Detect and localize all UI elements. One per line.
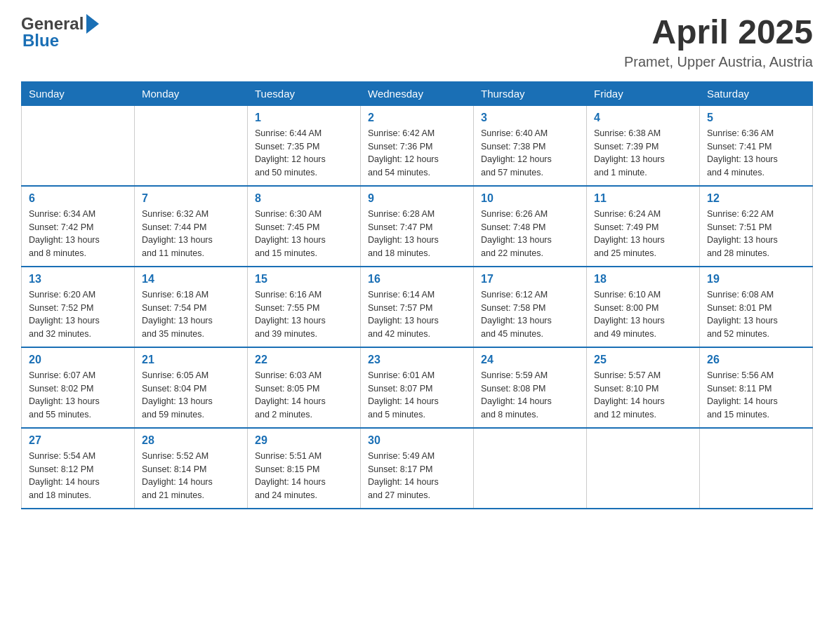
table-row: 4Sunrise: 6:38 AM Sunset: 7:39 PM Daylig… [587, 105, 700, 186]
header-thursday: Thursday [474, 81, 587, 105]
day-number: 24 [481, 354, 579, 366]
day-number: 20 [29, 354, 127, 366]
table-row: 28Sunrise: 5:52 AM Sunset: 8:14 PM Dayli… [135, 428, 248, 509]
day-number: 8 [255, 192, 353, 205]
day-info: Sunrise: 5:52 AM Sunset: 8:14 PM Dayligh… [142, 450, 240, 502]
table-row: 30Sunrise: 5:49 AM Sunset: 8:17 PM Dayli… [361, 428, 474, 509]
day-info: Sunrise: 5:59 AM Sunset: 8:08 PM Dayligh… [481, 369, 579, 422]
table-row: 16Sunrise: 6:14 AM Sunset: 7:57 PM Dayli… [361, 267, 474, 347]
day-number: 19 [707, 273, 805, 286]
day-info: Sunrise: 5:57 AM Sunset: 8:10 PM Dayligh… [594, 369, 692, 422]
day-info: Sunrise: 5:54 AM Sunset: 8:12 PM Dayligh… [29, 450, 127, 502]
day-number: 29 [255, 434, 353, 447]
table-row: 5Sunrise: 6:36 AM Sunset: 7:41 PM Daylig… [700, 105, 813, 186]
table-row [135, 105, 248, 186]
day-info: Sunrise: 6:20 AM Sunset: 7:52 PM Dayligh… [29, 288, 127, 341]
day-info: Sunrise: 6:30 AM Sunset: 7:45 PM Dayligh… [255, 208, 353, 260]
table-row [700, 428, 813, 509]
table-row: 11Sunrise: 6:24 AM Sunset: 7:49 PM Dayli… [587, 186, 700, 267]
day-info: Sunrise: 6:26 AM Sunset: 7:48 PM Dayligh… [481, 208, 579, 260]
day-number: 15 [255, 273, 353, 286]
day-number: 11 [594, 192, 692, 205]
day-info: Sunrise: 6:05 AM Sunset: 8:04 PM Dayligh… [142, 369, 240, 422]
day-info: Sunrise: 6:44 AM Sunset: 7:35 PM Dayligh… [255, 127, 353, 180]
day-number: 7 [142, 192, 240, 205]
table-row: 24Sunrise: 5:59 AM Sunset: 8:08 PM Dayli… [474, 347, 587, 428]
day-number: 6 [29, 192, 127, 205]
day-info: Sunrise: 6:36 AM Sunset: 7:41 PM Dayligh… [707, 127, 805, 180]
day-info: Sunrise: 6:01 AM Sunset: 8:07 PM Dayligh… [368, 369, 466, 422]
calendar-week-row: 13Sunrise: 6:20 AM Sunset: 7:52 PM Dayli… [22, 267, 813, 347]
calendar-title: April 2025 [624, 14, 813, 51]
day-number: 28 [142, 434, 240, 447]
day-info: Sunrise: 6:10 AM Sunset: 8:00 PM Dayligh… [594, 288, 692, 341]
header-saturday: Saturday [700, 81, 813, 105]
day-info: Sunrise: 6:14 AM Sunset: 7:57 PM Dayligh… [368, 288, 466, 341]
table-row: 27Sunrise: 5:54 AM Sunset: 8:12 PM Dayli… [22, 428, 135, 509]
table-row: 10Sunrise: 6:26 AM Sunset: 7:48 PM Dayli… [474, 186, 587, 267]
table-row: 3Sunrise: 6:40 AM Sunset: 7:38 PM Daylig… [474, 105, 587, 186]
calendar-table: Sunday Monday Tuesday Wednesday Thursday… [21, 81, 813, 509]
day-number: 14 [142, 273, 240, 286]
header-wednesday: Wednesday [361, 81, 474, 105]
header-monday: Monday [135, 81, 248, 105]
day-info: Sunrise: 6:42 AM Sunset: 7:36 PM Dayligh… [368, 127, 466, 180]
logo-blue-text: Blue [22, 31, 59, 51]
table-row [474, 428, 587, 509]
calendar-week-row: 6Sunrise: 6:34 AM Sunset: 7:42 PM Daylig… [22, 186, 813, 267]
day-number: 13 [29, 273, 127, 286]
table-row: 25Sunrise: 5:57 AM Sunset: 8:10 PM Dayli… [587, 347, 700, 428]
table-row: 22Sunrise: 6:03 AM Sunset: 8:05 PM Dayli… [248, 347, 361, 428]
day-info: Sunrise: 6:24 AM Sunset: 7:49 PM Dayligh… [594, 208, 692, 260]
day-number: 26 [707, 354, 805, 366]
day-info: Sunrise: 6:07 AM Sunset: 8:02 PM Dayligh… [29, 369, 127, 422]
day-number: 3 [481, 112, 579, 124]
day-number: 4 [594, 112, 692, 124]
calendar-subtitle: Pramet, Upper Austria, Austria [624, 54, 813, 70]
day-number: 23 [368, 354, 466, 366]
day-number: 30 [368, 434, 466, 447]
day-number: 2 [368, 112, 466, 124]
logo: General Blue [21, 14, 99, 51]
logo-arrow-icon [86, 14, 99, 34]
title-block: April 2025 Pramet, Upper Austria, Austri… [624, 14, 813, 70]
table-row: 7Sunrise: 6:32 AM Sunset: 7:44 PM Daylig… [135, 186, 248, 267]
day-info: Sunrise: 6:12 AM Sunset: 7:58 PM Dayligh… [481, 288, 579, 341]
table-row: 18Sunrise: 6:10 AM Sunset: 8:00 PM Dayli… [587, 267, 700, 347]
header-sunday: Sunday [22, 81, 135, 105]
day-number: 25 [594, 354, 692, 366]
table-row: 29Sunrise: 5:51 AM Sunset: 8:15 PM Dayli… [248, 428, 361, 509]
day-number: 21 [142, 354, 240, 366]
table-row [22, 105, 135, 186]
day-info: Sunrise: 6:16 AM Sunset: 7:55 PM Dayligh… [255, 288, 353, 341]
table-row: 26Sunrise: 5:56 AM Sunset: 8:11 PM Dayli… [700, 347, 813, 428]
day-number: 16 [368, 273, 466, 286]
day-number: 9 [368, 192, 466, 205]
day-number: 22 [255, 354, 353, 366]
table-row: 6Sunrise: 6:34 AM Sunset: 7:42 PM Daylig… [22, 186, 135, 267]
header-friday: Friday [587, 81, 700, 105]
table-row: 21Sunrise: 6:05 AM Sunset: 8:04 PM Dayli… [135, 347, 248, 428]
table-row: 19Sunrise: 6:08 AM Sunset: 8:01 PM Dayli… [700, 267, 813, 347]
day-info: Sunrise: 5:49 AM Sunset: 8:17 PM Dayligh… [368, 450, 466, 502]
calendar-week-row: 27Sunrise: 5:54 AM Sunset: 8:12 PM Dayli… [22, 428, 813, 509]
day-info: Sunrise: 6:28 AM Sunset: 7:47 PM Dayligh… [368, 208, 466, 260]
table-row: 23Sunrise: 6:01 AM Sunset: 8:07 PM Dayli… [361, 347, 474, 428]
day-number: 17 [481, 273, 579, 286]
day-info: Sunrise: 6:22 AM Sunset: 7:51 PM Dayligh… [707, 208, 805, 260]
day-number: 18 [594, 273, 692, 286]
page-header: General Blue April 2025 Pramet, Upper Au… [21, 14, 813, 70]
calendar-week-row: 20Sunrise: 6:07 AM Sunset: 8:02 PM Dayli… [22, 347, 813, 428]
table-row: 8Sunrise: 6:30 AM Sunset: 7:45 PM Daylig… [248, 186, 361, 267]
day-number: 12 [707, 192, 805, 205]
table-row [587, 428, 700, 509]
day-number: 1 [255, 112, 353, 124]
calendar-week-row: 1Sunrise: 6:44 AM Sunset: 7:35 PM Daylig… [22, 105, 813, 186]
table-row: 2Sunrise: 6:42 AM Sunset: 7:36 PM Daylig… [361, 105, 474, 186]
day-info: Sunrise: 6:40 AM Sunset: 7:38 PM Dayligh… [481, 127, 579, 180]
table-row: 12Sunrise: 6:22 AM Sunset: 7:51 PM Dayli… [700, 186, 813, 267]
table-row: 15Sunrise: 6:16 AM Sunset: 7:55 PM Dayli… [248, 267, 361, 347]
day-number: 10 [481, 192, 579, 205]
day-info: Sunrise: 6:32 AM Sunset: 7:44 PM Dayligh… [142, 208, 240, 260]
day-info: Sunrise: 6:03 AM Sunset: 8:05 PM Dayligh… [255, 369, 353, 422]
